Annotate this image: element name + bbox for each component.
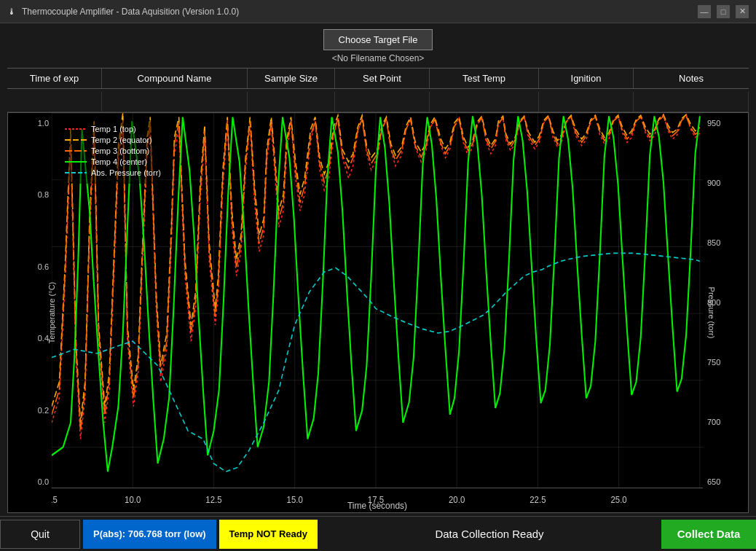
top-controls: Choose Target File <No Filename Chosen> (7, 29, 749, 63)
chart-plot-area: Temperature (°C) Pressure (torr) (52, 113, 703, 512)
filename-label: <No Filename Chosen> (332, 53, 425, 63)
chart-area: 1.0 0.8 0.6 0.4 0.2 0.0 Temperature (°C)… (7, 112, 749, 513)
y-right-tick-1: 650 (707, 477, 747, 486)
legend-line-pressure (65, 170, 87, 176)
legend-item-pressure: Abs. Pressure (torr) (65, 168, 161, 177)
y-axis-left: 1.0 0.8 0.6 0.4 0.2 0.0 (8, 113, 52, 512)
minimize-button[interactable]: — (698, 5, 711, 18)
cell-ignition[interactable] (539, 92, 634, 112)
chart-container: 1.0 0.8 0.6 0.4 0.2 0.0 Temperature (°C)… (8, 113, 748, 512)
cell-compound[interactable] (102, 92, 248, 112)
y-left-tick-3: 0.4 (9, 334, 49, 343)
legend-label-temp2: Temp 2 (equator) (91, 136, 152, 144)
data-row-1 (7, 92, 749, 112)
col-set-point: Set Point (335, 69, 430, 88)
legend-label-temp1: Temp 1 (top) (91, 125, 136, 133)
quit-button[interactable]: Quit (0, 520, 80, 549)
legend-line-temp2 (65, 137, 87, 143)
col-sample-size: Sample Size (248, 69, 335, 88)
legend-line-temp3 (65, 148, 87, 154)
y-right-tick-2: 700 (707, 418, 747, 426)
choose-file-button[interactable]: Choose Target File (323, 29, 433, 50)
y-left-tick-2: 0.2 (9, 406, 49, 415)
legend-label-temp3: Temp 3 (bottom) (91, 146, 149, 155)
pressure-indicator: P(abs): 706.768 torr (low) (83, 520, 216, 549)
x-axis-label: Time (seconds) (52, 501, 703, 511)
title-bar-left: 🌡 Thermocouple Amplifier - Data Aquisiti… (7, 7, 239, 17)
col-compound-name: Compound Name (102, 69, 248, 88)
y-right-tick-5: 850 (707, 238, 747, 247)
column-headers: Time of exp Compound Name Sample Size Se… (7, 68, 749, 89)
collection-status: Data Collection Ready (318, 528, 661, 540)
status-bar: Quit P(abs): 706.768 torr (low) Temp NOT… (0, 516, 756, 551)
y-left-tick-6: 1.0 (9, 119, 49, 128)
legend-line-temp4 (65, 159, 87, 165)
y-left-tick-5: 0.8 (9, 190, 49, 199)
title-bar-controls[interactable]: — □ ✕ (698, 5, 749, 18)
legend-item-temp3: Temp 3 (bottom) (65, 146, 161, 155)
window-title: Thermocouple Amplifier - Data Aquisition… (22, 7, 239, 17)
title-bar: 🌡 Thermocouple Amplifier - Data Aquisiti… (0, 0, 756, 23)
legend-item-temp4: Temp 4 (center) (65, 157, 161, 166)
maximize-button[interactable]: □ (717, 5, 730, 18)
cell-setpoint[interactable] (335, 92, 430, 112)
legend-label-temp4: Temp 4 (center) (91, 157, 147, 166)
y-left-tick-4: 0.6 (9, 262, 49, 271)
y-left-tick-1: 0.0 (9, 477, 49, 486)
cell-time[interactable] (7, 92, 102, 112)
temp-not-ready-indicator: Temp NOT Ready (219, 520, 318, 549)
main-content: Choose Target File <No Filename Chosen> … (0, 23, 756, 516)
app-icon: 🌡 (7, 7, 16, 17)
cell-notes[interactable] (634, 92, 749, 112)
legend-label-pressure: Abs. Pressure (torr) (91, 168, 161, 177)
col-test-temp: Test Temp (430, 69, 539, 88)
chart-legend: Temp 1 (top) Temp 2 (equator) Temp 3 (bo… (59, 120, 167, 184)
legend-line-temp1 (65, 126, 87, 132)
col-ignition: Ignition (539, 69, 634, 88)
col-notes: Notes (634, 69, 749, 88)
cell-sample[interactable] (248, 92, 335, 112)
col-time-of-exp: Time of exp (7, 69, 102, 88)
cell-testtemp[interactable] (430, 92, 539, 112)
legend-item-temp1: Temp 1 (top) (65, 125, 161, 133)
y-right-tick-7: 950 (707, 119, 747, 128)
y-right-tick-3: 750 (707, 358, 747, 367)
y-right-tick-4: 800 (707, 298, 747, 307)
collect-data-button[interactable]: Collect Data (661, 520, 756, 549)
close-button[interactable]: ✕ (736, 5, 749, 18)
y-axis-right: 950 900 850 800 750 700 650 (703, 113, 748, 512)
legend-item-temp2: Temp 2 (equator) (65, 136, 161, 144)
y-right-tick-6: 900 (707, 179, 747, 187)
